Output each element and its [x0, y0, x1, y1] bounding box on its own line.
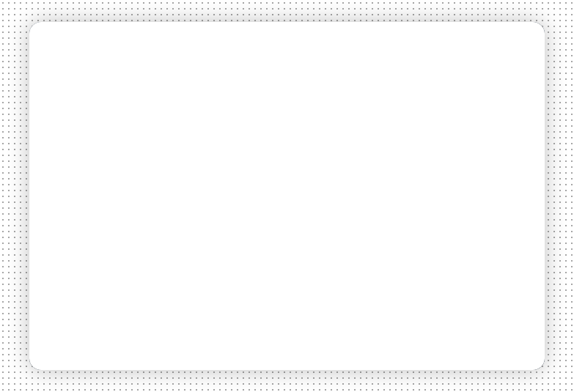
file-row[interactable]: 2022-07-14-Brandbook_overview.pdf⋯ [425, 118, 523, 128]
app-main: Common tools Compress PDF Reduce file si… [418, 46, 530, 221]
pdf-file-icon [425, 119, 431, 127]
more-icon[interactable]: ⋯ [517, 120, 523, 127]
folder-icon [371, 79, 377, 85]
file-header-label: Document Name [425, 107, 461, 112]
file-name: 2022-07-14-BrandBook-V4.pdf [434, 152, 494, 156]
document-intro: designed to compensate the victim for th… [71, 114, 281, 148]
app-sidebar: Recent File Starred Files Recent Folders… [365, 46, 418, 221]
tool-desc: Combine… [497, 81, 519, 86]
pdf-file-icon [425, 150, 431, 158]
sidebar-item-label: Recent Folders [380, 77, 411, 87]
note-body[interactable]: Compensatory damages, are paid to compen… [203, 248, 358, 292]
pdf-file-icon [425, 130, 431, 137]
more-icon[interactable]: ⋯ [517, 161, 523, 168]
color-blue[interactable] [337, 325, 345, 333]
file-name: 2022-07-14-BrandBook-V2.pdf [434, 131, 494, 136]
color-purple[interactable] [350, 325, 358, 333]
recent-file-title: Recent File [425, 95, 523, 102]
highlight-2[interactable]: the injured party to the economic positi… [71, 194, 220, 199]
new-tab-icon[interactable]: + [466, 34, 470, 42]
file-list: 2022-07-14-Brandbook_overview.pdf⋯2022-0… [425, 118, 523, 190]
file-list-header[interactable]: Document Name ▾ [425, 106, 523, 115]
more-icon[interactable]: ⋯ [517, 171, 523, 178]
file-row[interactable]: 2022-07-14-BrandBook-V3.pdf⋯ [425, 138, 523, 149]
combine-icon [512, 68, 519, 75]
color-green[interactable] [325, 325, 333, 333]
document-rule [71, 96, 281, 97]
app-topbar: User Guide Draft.pdf + Free Trial Login [365, 31, 530, 46]
tool-desc: Reduce file size while optimizing for ma… [429, 73, 485, 81]
sticky-note[interactable]: × WE, 2021-08-14 10:50:09 Compensatory d… [194, 229, 367, 339]
clock-icon [371, 53, 377, 59]
sidebar-item-starred[interactable]: Starred Files [365, 62, 417, 74]
sidebar-item-label: Document Cloud [379, 93, 411, 103]
free-trial-button[interactable]: Free Trial [474, 34, 502, 42]
document-title: Remedies for breach of Contract [71, 79, 281, 92]
file-row[interactable]: 2022-07-14-BrandBook-V6.pdf⋯ [425, 169, 523, 180]
sidebar-item-label: Starred Files [380, 66, 407, 71]
para-exp-line: damages! Main ways of measuring expectat… [71, 212, 281, 218]
cloud-icon [371, 95, 376, 101]
app-tab[interactable]: User Guide Draft.pdf [381, 34, 431, 42]
common-tools-title: Common tools [425, 52, 523, 59]
pdf-file-icon [425, 160, 431, 168]
compress-icon [478, 68, 485, 75]
sidebar-item-label: Recent File [380, 54, 404, 59]
more-icon[interactable]: ⋯ [517, 151, 523, 158]
heading-main-form: Ma(* form of Damage!e Compensatory damag… [71, 153, 281, 160]
sidebar-item-recent[interactable]: Recent File [365, 51, 417, 62]
more-icon[interactable]: ⋯ [517, 182, 523, 188]
tool-compress[interactable]: Compress PDF Reduce file size while opti… [425, 63, 489, 89]
pdf-file-icon [425, 181, 431, 188]
heading-expectation: 1) Expectation losses: [71, 180, 281, 185]
note-timestamp: WE, 2021-08-14 10:50:09 [203, 237, 358, 243]
color-orange[interactable] [312, 325, 320, 333]
star-icon [371, 65, 377, 71]
file-name: 2022-07-14-BrandBook-V7.pdf [434, 182, 494, 187]
file-name: 2022-07-14-Brandbook_overview.pdf [434, 121, 506, 125]
highlight-1[interactable]: On a breach of contract by a defendant, … [71, 187, 248, 192]
pdf-file-icon [425, 140, 431, 147]
file-name: 2022-07-14-BrandBook-V5.pdf [434, 162, 494, 166]
sidebar-item-cloud[interactable]: Document Cloud [365, 90, 417, 106]
more-icon[interactable]: ⋯ [517, 141, 523, 147]
document-summary: Summary: Damages for breach of contract … [71, 103, 281, 109]
sidebar-item-folders[interactable]: Recent Folders [365, 74, 417, 90]
file-row[interactable]: 2022-07-14-BrandBook-V5.pdf⋯ [425, 159, 523, 169]
pdf-file-icon [425, 171, 431, 178]
file-row[interactable]: 2022-07-14-BrandBook-V2.pdf⋯ [425, 128, 523, 138]
login-button[interactable]: Login [505, 34, 526, 42]
tool-name: Compress PDF [429, 67, 485, 72]
para-main: Compensatory damages, are paid to compen… [71, 162, 281, 176]
para-highlighted: On a breach of contract by a defendant, … [71, 186, 281, 207]
tool-combine[interactable]: Combin Combine… [493, 63, 523, 89]
close-icon[interactable]: × [356, 234, 361, 242]
pdf-app-window: User Guide Draft.pdf + Free Trial Login … [365, 31, 530, 221]
app-logo-icon[interactable] [369, 34, 378, 42]
note-icon[interactable] [203, 323, 213, 333]
more-icon[interactable]: ⋯ [517, 130, 523, 137]
color-yellow[interactable] [287, 325, 295, 333]
file-row[interactable]: 2022-07-14-BrandBook-V4.pdf⋯ [425, 149, 523, 159]
highlight-3[interactable]: complete recover as an injured [71, 201, 138, 206]
file-name: 2022-07-14-BrandBook-V3.pdf [434, 141, 494, 146]
hl3-rest: one insofar in a "benefit-of-t… [139, 201, 202, 206]
file-row[interactable]: 2022-07-14-BrandBook-V7.pdf⋯ [425, 180, 523, 190]
chevron-down-icon: ▾ [463, 106, 466, 112]
color-red[interactable] [300, 325, 308, 333]
file-name: 2022-07-14-BrandBook-V6.pdf [434, 172, 494, 177]
